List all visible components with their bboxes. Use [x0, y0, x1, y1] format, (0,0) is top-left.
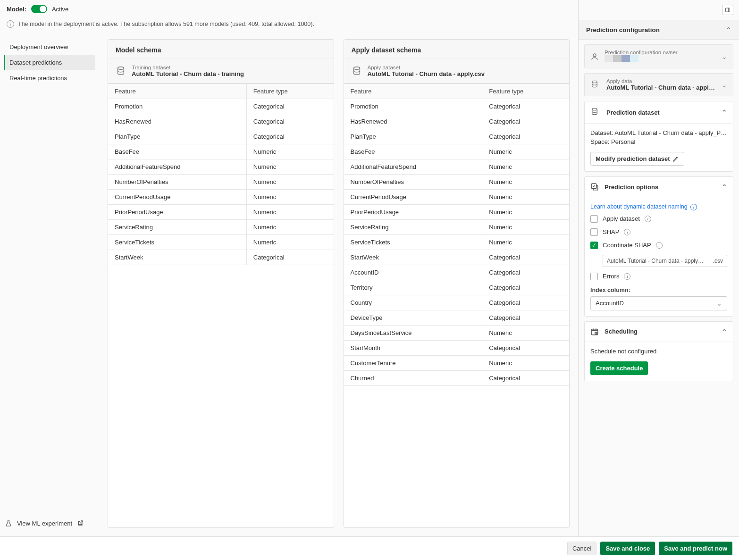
person-icon: [590, 52, 599, 61]
coordinate-shap-checkbox[interactable]: ✓: [590, 242, 598, 249]
svg-rect-2: [726, 8, 730, 12]
model-label: Model:: [7, 6, 26, 13]
feature-cell: Territory: [344, 280, 483, 295]
model-subscription-info: The model in the deployment is active. T…: [18, 20, 314, 29]
type-cell: Numeric: [482, 356, 569, 371]
index-column-value: AccountID: [596, 300, 624, 307]
chevron-up-icon: ⌃: [722, 109, 727, 116]
external-link-icon: [77, 520, 84, 527]
feature-cell: DeviceType: [344, 310, 483, 326]
owner-row[interactable]: Prediction configuration owner ⌄: [585, 45, 733, 68]
info-icon[interactable]: i: [656, 242, 663, 249]
feature-cell: BaseFee: [108, 144, 247, 159]
apply-schema-table: Feature Feature type: [344, 84, 570, 99]
info-icon[interactable]: i: [624, 229, 630, 235]
type-cell: Numeric: [482, 190, 569, 205]
collapse-panel-button[interactable]: [722, 5, 733, 15]
info-icon[interactable]: i: [645, 216, 651, 222]
svg-point-0: [118, 67, 124, 70]
type-cell: Numeric: [482, 326, 569, 341]
save-and-close-button[interactable]: Save and close: [600, 542, 655, 555]
chevron-down-icon: ⌄: [722, 53, 727, 60]
create-schedule-button[interactable]: Create schedule: [590, 361, 648, 375]
col-feature: Feature: [344, 84, 483, 99]
feature-cell: DaysSinceLastService: [344, 326, 483, 341]
coordinate-shap-filename-input[interactable]: AutoML Tutorial - Churn data - apply_Pre…: [603, 255, 709, 267]
type-cell: Categorical: [247, 129, 334, 144]
prediction-options-title: Prediction options: [605, 184, 716, 191]
type-cell: Categorical: [482, 341, 569, 356]
feature-cell: PriorPeriodUsage: [108, 205, 247, 220]
type-cell: Numeric: [482, 220, 569, 235]
index-column-select[interactable]: AccountID ⌄: [590, 296, 727, 310]
sidebar: Deployment overview Dataset predictions …: [0, 34, 99, 536]
prediction-options-header[interactable]: Prediction options ⌃: [585, 177, 733, 197]
type-cell: Categorical: [482, 371, 569, 386]
feature-cell: PriorPeriodUsage: [344, 205, 483, 220]
dataset-value: AutoML Tutorial - Churn data - apply_Pre…: [614, 129, 727, 136]
owner-placeholder: [605, 55, 638, 62]
type-cell: Numeric: [482, 205, 569, 220]
feature-cell: CurrentPeriodUsage: [344, 190, 483, 205]
type-cell: Numeric: [482, 175, 569, 190]
feature-cell: ServiceTickets: [108, 235, 247, 250]
feature-cell: AdditionalFeatureSpend: [108, 159, 247, 175]
modify-prediction-dataset-button[interactable]: Modify prediction dataset: [590, 152, 684, 166]
feature-cell: Churned: [344, 371, 483, 386]
checklist-icon: [590, 183, 599, 191]
errors-label: Errors: [603, 273, 619, 280]
index-column-label: Index column:: [590, 287, 727, 293]
feature-cell: AdditionalFeatureSpend: [344, 159, 483, 175]
apply-schema-card: Apply dataset schema Apply dataset AutoM…: [344, 39, 570, 528]
type-cell: Categorical: [482, 99, 569, 114]
col-feature: Feature: [108, 84, 247, 99]
info-icon: i: [7, 20, 14, 28]
learn-dynamic-naming-link[interactable]: Learn about dynamic dataset naming i: [590, 203, 697, 210]
model-schema-title: Model schema: [108, 40, 334, 59]
feature-cell: PlanType: [108, 129, 247, 144]
training-dataset-sub: Training dataset: [132, 65, 244, 70]
info-icon[interactable]: i: [624, 273, 630, 280]
database-icon: [352, 66, 362, 76]
chevron-up-icon: ⌃: [722, 328, 727, 335]
type-cell: Categorical: [482, 265, 569, 280]
sidebar-item-realtime-predictions[interactable]: Real-time predictions: [4, 70, 95, 86]
chevron-down-icon: ⌄: [716, 300, 722, 307]
svg-point-3: [593, 54, 596, 57]
model-active-text: Active: [52, 6, 68, 13]
apply-data-value: AutoML Tutorial - Churn data - apply.csv: [606, 84, 716, 91]
type-cell: Categorical: [482, 310, 569, 326]
type-cell: Numeric: [247, 144, 334, 159]
feature-cell: StartWeek: [108, 250, 247, 265]
feature-cell: CustomerTenure: [344, 356, 483, 371]
type-cell: Categorical: [482, 129, 569, 144]
shap-checkbox[interactable]: [590, 228, 598, 236]
scheduling-header[interactable]: Scheduling ⌃: [585, 322, 733, 342]
apply-data-row[interactable]: Apply data AutoML Tutorial - Churn data …: [585, 74, 733, 96]
apply-dataset-checkbox[interactable]: [590, 215, 598, 223]
type-cell: Numeric: [247, 220, 334, 235]
errors-checkbox[interactable]: [590, 273, 598, 280]
type-cell: Numeric: [482, 235, 569, 250]
prediction-config-header[interactable]: Prediction configuration ⌃: [579, 20, 739, 40]
prediction-dataset-header[interactable]: Prediction dataset ⌃: [585, 101, 733, 124]
col-type: Feature type: [482, 84, 569, 99]
feature-cell: StartWeek: [344, 250, 483, 265]
type-cell: Categorical: [247, 250, 334, 265]
pencil-icon: [672, 156, 679, 162]
shap-label: SHAP: [603, 228, 619, 235]
owner-sub: Prediction configuration owner: [605, 50, 716, 55]
scheduling-status: Schedule not configured: [590, 348, 727, 355]
view-ml-experiment-link[interactable]: View ML experiment: [4, 515, 95, 532]
apply-schema-title: Apply dataset schema: [344, 40, 570, 59]
sidebar-item-dataset-predictions[interactable]: Dataset predictions: [4, 55, 95, 70]
cancel-button[interactable]: Cancel: [567, 542, 596, 555]
sidebar-item-deployment-overview[interactable]: Deployment overview: [4, 39, 95, 55]
save-and-predict-button[interactable]: Save and predict now: [659, 542, 732, 555]
model-active-toggle[interactable]: [31, 5, 47, 13]
type-cell: Numeric: [247, 205, 334, 220]
database-icon: [590, 107, 601, 117]
feature-cell: PlanType: [344, 129, 483, 144]
type-cell: Categorical: [482, 280, 569, 295]
dataset-label: Dataset:: [590, 129, 613, 136]
